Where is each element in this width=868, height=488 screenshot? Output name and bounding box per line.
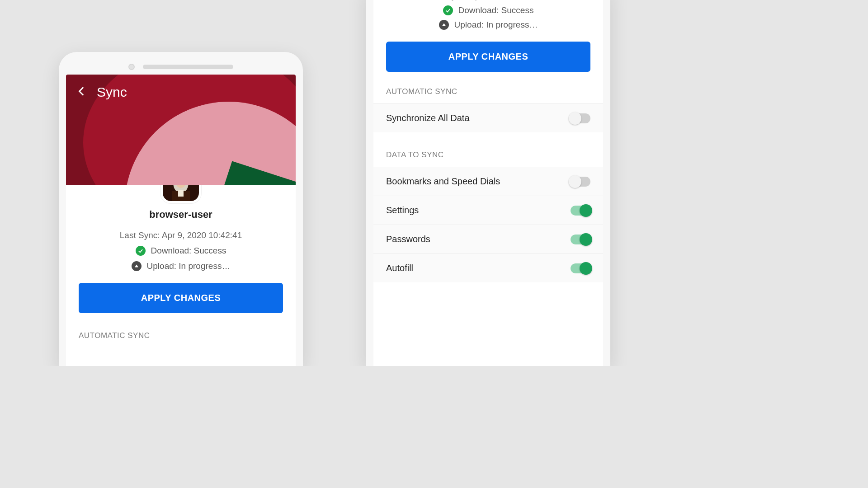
toggle-synchronize-all[interactable] <box>571 113 590 123</box>
phone-mockup-right: Last Sync: Apr 9, 2020 10:42:41 Download… <box>366 0 610 366</box>
row-bookmarks[interactable]: Bookmarks and Speed Dials <box>373 167 603 196</box>
phone-notch <box>66 59 296 75</box>
toggle-settings[interactable] <box>571 206 590 216</box>
upload-icon <box>439 20 449 30</box>
section-data-to-sync: DATA TO SYNC <box>373 140 603 167</box>
row-label: Synchronize All Data <box>386 113 470 123</box>
download-status: Download: Success <box>458 5 534 15</box>
back-icon[interactable] <box>76 85 88 99</box>
toggle-autofill[interactable] <box>571 263 590 273</box>
toggle-bookmarks[interactable] <box>571 177 590 187</box>
upload-status: Upload: In progress… <box>147 261 231 271</box>
phone-mockup-left: Sync browser-user Last Sync <box>59 52 303 366</box>
check-icon <box>136 246 146 256</box>
section-automatic-sync: AUTOMATIC SYNC <box>66 313 296 347</box>
screen-left: Sync browser-user Last Sync <box>66 75 296 366</box>
username: browser-user <box>66 209 296 221</box>
last-sync-text: Last Sync: Apr 9, 2020 10:42:41 <box>66 230 296 240</box>
row-label: Autofill <box>386 263 413 273</box>
row-label: Bookmarks and Speed Dials <box>386 176 500 187</box>
sync-header: Sync <box>66 75 296 185</box>
svg-rect-4 <box>178 190 184 197</box>
row-settings[interactable]: Settings <box>373 196 603 225</box>
download-status: Download: Success <box>151 246 226 256</box>
upload-icon <box>132 261 142 271</box>
row-passwords[interactable]: Passwords <box>373 225 603 253</box>
toggle-passwords[interactable] <box>571 235 590 244</box>
page-title: Sync <box>97 84 127 100</box>
row-synchronize-all[interactable]: Synchronize All Data <box>373 103 603 132</box>
section-automatic-sync: AUTOMATIC SYNC <box>373 72 603 103</box>
apply-changes-button[interactable]: APPLY CHANGES <box>79 283 283 313</box>
row-label: Passwords <box>386 234 430 244</box>
last-sync-text: Last Sync: Apr 9, 2020 10:42:41 <box>373 0 603 1</box>
check-icon <box>443 5 453 15</box>
screen-right: Last Sync: Apr 9, 2020 10:42:41 Download… <box>373 0 603 366</box>
upload-status: Upload: In progress… <box>454 20 538 30</box>
apply-changes-button[interactable]: APPLY CHANGES <box>386 42 590 72</box>
row-autofill[interactable]: Autofill <box>373 253 603 282</box>
row-label: Settings <box>386 205 419 216</box>
